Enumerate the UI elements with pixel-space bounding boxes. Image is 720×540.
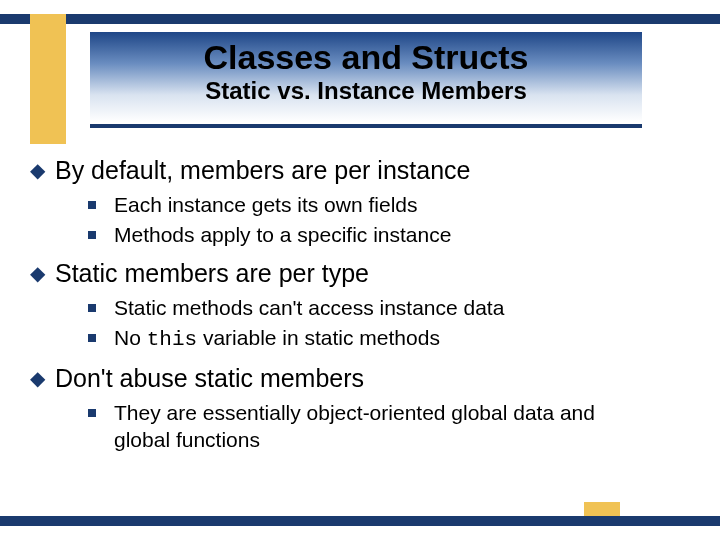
sub-bullet-text: Methods apply to a specific instance bbox=[114, 221, 451, 248]
bullet-text: By default, members are per instance bbox=[55, 155, 470, 185]
sub-bullet-item: Static methods can't access instance dat… bbox=[88, 294, 690, 321]
sub-bullet-item: Methods apply to a specific instance bbox=[88, 221, 690, 248]
sub-bullet-text: They are essentially object-oriented glo… bbox=[114, 399, 614, 453]
bullet-item: ◆ Don't abuse static members bbox=[30, 363, 690, 393]
content-area: ◆ By default, members are per instance E… bbox=[30, 155, 690, 459]
slide-subtitle: Static vs. Instance Members bbox=[90, 77, 642, 105]
sub-bullet-item: Each instance gets its own fields bbox=[88, 191, 690, 218]
bullet-item: ◆ Static members are per type bbox=[30, 258, 690, 288]
sub-bullet-item: No this variable in static methods bbox=[88, 324, 690, 353]
square-bullet-icon bbox=[88, 304, 96, 312]
sub-bullet-text: No this variable in static methods bbox=[114, 324, 440, 353]
left-gold-accent bbox=[30, 14, 66, 144]
bullet-item: ◆ By default, members are per instance bbox=[30, 155, 690, 185]
square-bullet-icon bbox=[88, 201, 96, 209]
diamond-bullet-icon: ◆ bbox=[30, 363, 45, 393]
square-bullet-icon bbox=[88, 231, 96, 239]
square-bullet-icon bbox=[88, 334, 96, 342]
bullet-text: Don't abuse static members bbox=[55, 363, 364, 393]
slide-title: Classes and Structs bbox=[90, 38, 642, 77]
square-bullet-icon bbox=[88, 409, 96, 417]
diamond-bullet-icon: ◆ bbox=[30, 155, 45, 185]
sub-bullet-text: Static methods can't access instance dat… bbox=[114, 294, 504, 321]
bullet-text: Static members are per type bbox=[55, 258, 369, 288]
title-underline bbox=[90, 124, 642, 128]
diamond-bullet-icon: ◆ bbox=[30, 258, 45, 288]
sub-bullet-item: They are essentially object-oriented glo… bbox=[88, 399, 690, 453]
sub-bullet-text: Each instance gets its own fields bbox=[114, 191, 418, 218]
top-accent-bar bbox=[0, 14, 720, 24]
bottom-accent-bar bbox=[0, 516, 720, 526]
title-box: Classes and Structs Static vs. Instance … bbox=[90, 32, 642, 122]
